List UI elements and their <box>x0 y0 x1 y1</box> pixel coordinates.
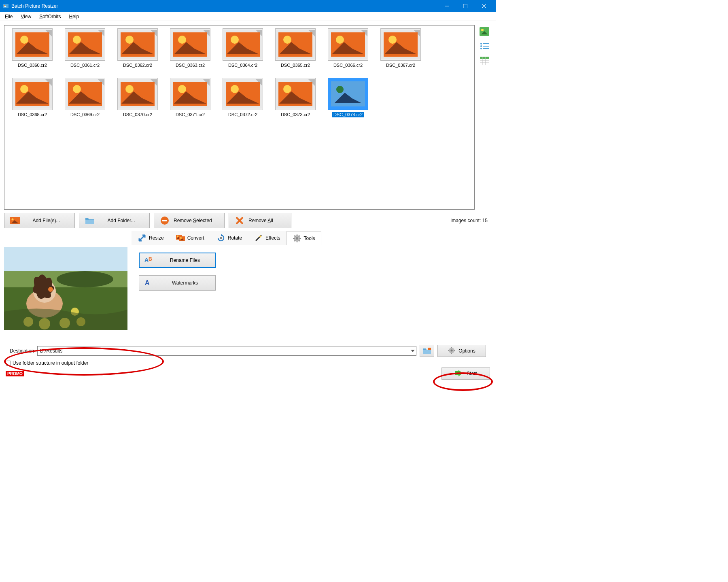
gear-icon <box>448 347 455 355</box>
thumbnail-panel[interactable]: DSC_0360.cr2DSC_0361.cr2DSC_0362.cr2DSC_… <box>4 25 475 210</box>
destination-value: D:\Results <box>40 348 62 354</box>
menu-file[interactable]: File <box>2 13 16 20</box>
destination-input[interactable]: D:\Results <box>37 346 416 356</box>
image-icon <box>10 217 20 225</box>
svg-point-21 <box>178 36 186 44</box>
svg-point-71 <box>480 45 482 47</box>
thumbnail-item[interactable]: DSC_0373.cr2 <box>270 77 321 125</box>
start-button[interactable]: Start <box>441 367 490 380</box>
thumbnail-item[interactable]: DSC_0363.cr2 <box>164 28 216 76</box>
svg-text:A: A <box>145 279 150 286</box>
tab-tools[interactable]: Tools <box>287 231 321 245</box>
view-list-button[interactable] <box>479 40 490 52</box>
thumbnail-item[interactable]: DSC_0374.cr2 <box>322 77 374 125</box>
tab-effects[interactable]: Effects <box>248 231 286 245</box>
thumbnail-item[interactable]: DSC_0372.cr2 <box>217 77 269 125</box>
app-icon <box>2 3 9 9</box>
thumbnail-label: DSC_0365.cr2 <box>280 62 311 68</box>
remove-icon <box>160 217 170 225</box>
thumbnail-item[interactable]: DSC_0368.cr2 <box>6 77 58 125</box>
svg-point-37 <box>388 36 397 44</box>
menu-help[interactable]: Help <box>66 13 83 20</box>
svg-point-9 <box>20 36 28 44</box>
options-label: Options <box>458 348 475 354</box>
tab-tools-label: Tools <box>304 236 315 241</box>
folder-structure-label: Use folder structure in output folder <box>13 360 88 366</box>
svg-point-110 <box>296 237 298 240</box>
thumbnail-item[interactable]: DSC_0360.cr2 <box>6 28 58 76</box>
destination-row: Destination D:\Results Options <box>0 343 496 359</box>
browse-button[interactable] <box>420 345 434 357</box>
add-folder-label: Add Folder... <box>99 218 144 223</box>
thumbnail-image <box>275 28 316 61</box>
svg-point-25 <box>231 36 239 44</box>
svg-point-73 <box>480 48 482 49</box>
svg-text:B: B <box>149 256 152 262</box>
destination-dropdown[interactable] <box>409 346 416 355</box>
tab-resize-label: Resize <box>149 235 164 241</box>
remove-all-button[interactable]: Remove All <box>229 213 291 228</box>
thumbnail-label: DSC_0367.cr2 <box>385 62 416 68</box>
thumbnail-label: DSC_0362.cr2 <box>122 62 153 68</box>
menubar: File View SoftOrbits Help <box>0 12 496 21</box>
resize-icon <box>138 234 146 242</box>
view-thumbnails-button[interactable] <box>479 26 490 37</box>
view-details-button[interactable] <box>479 55 490 66</box>
thumbnail-label: DSC_0369.cr2 <box>69 112 101 117</box>
rename-files-button[interactable]: AB Rename Files <box>139 253 216 268</box>
start-arrow-icon <box>454 370 463 378</box>
folder-structure-row: Use folder structure in output folder <box>0 359 496 367</box>
add-files-button[interactable]: Add File(s)... <box>4 213 75 228</box>
rename-icon: AB <box>144 256 153 265</box>
svg-rect-85 <box>162 220 167 221</box>
svg-point-101 <box>177 236 178 237</box>
add-folder-button[interactable]: Add Folder... <box>79 213 150 228</box>
thumbnail-label: DSC_0360.cr2 <box>17 62 48 68</box>
folder-structure-checkbox[interactable] <box>6 361 11 366</box>
thumbnail-item[interactable]: DSC_0365.cr2 <box>270 28 321 76</box>
minimize-button[interactable] <box>437 0 456 12</box>
remove-selected-label: Remove Selected <box>174 218 212 223</box>
thumbnail-image <box>117 28 158 61</box>
tab-resize[interactable]: Resize <box>132 231 170 245</box>
thumbnail-label: DSC_0366.cr2 <box>332 62 364 68</box>
thumbnail-image <box>223 78 263 110</box>
thumbnail-item[interactable]: DSC_0369.cr2 <box>59 77 111 125</box>
options-button[interactable]: Options <box>437 345 486 357</box>
thumbnail-item[interactable]: DSC_0370.cr2 <box>112 77 163 125</box>
tab-effects-label: Effects <box>265 235 280 241</box>
thumbnail-image <box>275 78 316 110</box>
remove-all-label: Remove All <box>248 218 273 223</box>
thumbnail-item[interactable]: DSC_0364.cr2 <box>217 28 269 76</box>
tab-rotate[interactable]: Rotate <box>210 231 248 245</box>
svg-point-64 <box>336 86 344 93</box>
thumbnail-image <box>12 28 53 61</box>
watermarks-button[interactable]: A Watermarks <box>139 275 216 291</box>
add-files-label: Add File(s)... <box>24 218 69 223</box>
svg-marker-122 <box>411 350 415 352</box>
maximize-button[interactable] <box>456 0 475 12</box>
thumbnail-item[interactable]: DSC_0371.cr2 <box>164 77 216 125</box>
thumbnail-item[interactable]: DSC_0366.cr2 <box>322 28 374 76</box>
thumbnail-image <box>117 78 158 110</box>
thumbnail-image <box>65 78 105 110</box>
svg-point-33 <box>336 36 344 44</box>
svg-point-126 <box>451 349 453 351</box>
thumbnail-image <box>328 28 368 61</box>
thumbnail-item[interactable]: DSC_0361.cr2 <box>59 28 111 76</box>
svg-point-29 <box>283 36 291 44</box>
svg-point-91 <box>57 271 113 287</box>
menu-view[interactable]: View <box>17 13 34 20</box>
remove-selected-button[interactable]: Remove Selected <box>154 213 225 228</box>
svg-rect-83 <box>85 220 94 224</box>
promo-badge[interactable]: PROMO <box>6 371 24 376</box>
svg-point-81 <box>12 219 14 221</box>
thumbnail-item[interactable]: DSC_0367.cr2 <box>375 28 427 76</box>
thumbnail-item[interactable]: DSC_0362.cr2 <box>112 28 163 76</box>
tab-convert[interactable]: Convert <box>170 231 210 245</box>
menu-softorbits[interactable]: SoftOrbits <box>36 13 64 20</box>
watermarks-label: Watermarks <box>159 280 210 286</box>
svg-rect-4 <box>463 4 467 8</box>
images-count: Images count: 15 <box>450 218 492 223</box>
close-button[interactable] <box>475 0 493 12</box>
